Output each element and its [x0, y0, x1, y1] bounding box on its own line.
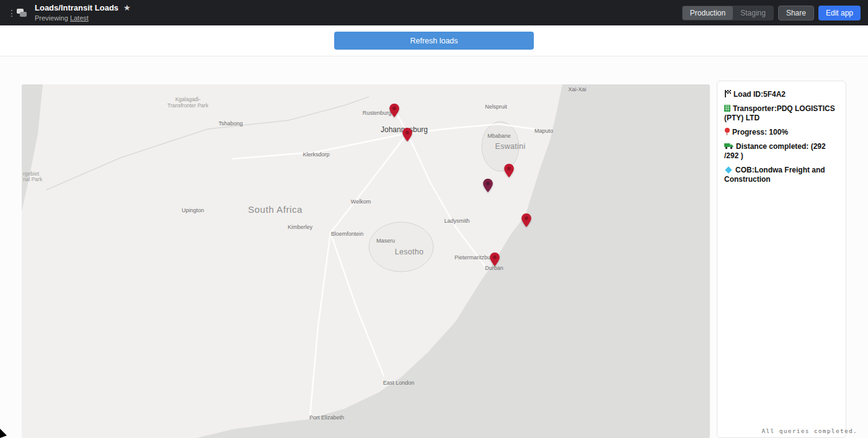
query-status-text: All queries completed.	[762, 427, 857, 434]
title-block: Loads/Intransit Loads ★ Previewing Lates…	[35, 3, 131, 22]
page-title: Loads/Intransit Loads	[35, 3, 118, 13]
panels-icon[interactable]	[16, 7, 29, 19]
map-pin[interactable]	[490, 253, 500, 266]
info-text: COB:Londwa Freight and Construction	[724, 166, 825, 184]
truck-icon	[724, 143, 733, 150]
map-pin[interactable]	[521, 213, 531, 227]
env-production-tab[interactable]: Production	[683, 6, 733, 20]
info-text: Progress: 100%	[732, 128, 788, 136]
info-item: Transporter:PDQ LOGISTICS (PTY) LTD	[724, 104, 839, 123]
environment-switcher: Production Staging	[682, 6, 774, 20]
map-pin[interactable]	[504, 164, 514, 177]
diamond-icon	[725, 166, 732, 173]
building-icon	[724, 105, 730, 112]
main-canvas: Xai-XaiKgalagadi- Transfronter ParkNelsp…	[0, 57, 868, 438]
kebab-menu-icon[interactable]: ⋮	[7, 8, 14, 18]
info-text: Load ID:5F4A2	[733, 90, 786, 99]
map-pin[interactable]	[402, 128, 412, 141]
header-actions: Production Staging Share Edit app	[682, 6, 861, 20]
app-header: ⋮ Loads/Intransit Loads ★ Previewing Lat…	[0, 0, 868, 25]
info-item: Distance completed: (292 /292 )	[724, 142, 839, 161]
map-pins-layer	[22, 84, 710, 438]
favorite-star-icon[interactable]: ★	[123, 3, 131, 13]
info-item: COB:Londwa Freight and Construction	[724, 166, 839, 184]
previewing-label: Previewing	[35, 14, 68, 22]
previewing-row: Previewing Latest	[35, 14, 131, 22]
cursor-pointer	[0, 429, 7, 438]
share-button[interactable]: Share	[778, 6, 814, 20]
load-info-card: Load ID:5F4A2Transporter:PDQ LOGISTICS (…	[717, 81, 846, 438]
info-text: Transporter:PDQ LOGISTICS (PTY) LTD	[724, 104, 835, 122]
flag-icon	[724, 90, 731, 97]
map-pin[interactable]	[483, 179, 493, 192]
refresh-loads-button[interactable]: Refresh loads	[334, 32, 534, 50]
map-component[interactable]: Xai-XaiKgalagadi- Transfronter ParkNelsp…	[22, 84, 710, 438]
pin-icon	[724, 128, 730, 135]
env-staging-tab[interactable]: Staging	[733, 6, 773, 20]
info-items: Load ID:5F4A2Transporter:PDQ LOGISTICS (…	[724, 90, 839, 184]
info-text: Distance completed: (292 /292 )	[724, 142, 826, 160]
edit-app-button[interactable]: Edit app	[818, 6, 861, 20]
map-pin[interactable]	[389, 104, 399, 117]
info-item: Load ID:5F4A2	[724, 90, 839, 99]
previewing-latest-link[interactable]: Latest	[70, 14, 89, 22]
info-item: Progress: 100%	[724, 128, 839, 137]
toolbar: Refresh loads	[0, 25, 868, 56]
